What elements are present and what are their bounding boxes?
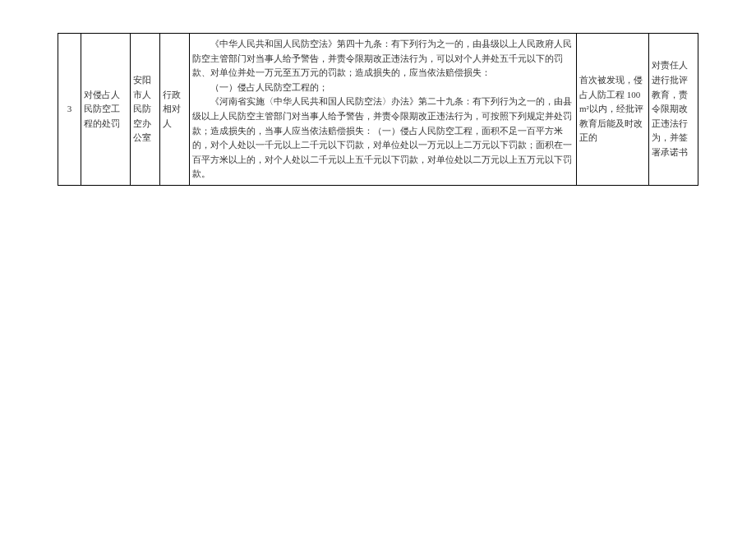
cell-result: 对责任人进行批评教育，责令限期改正违法行为，并签署承诺书: [649, 34, 698, 186]
basis-paragraph-2: （一）侵占人民防空工程的；: [192, 81, 574, 95]
cell-matter: 对侵占人民防空工程的处罚: [81, 34, 131, 186]
table-row: 3 对侵占人民防空工程的处罚 安阳市人民防空办公室 行政相对人 《中华人民共和国…: [58, 34, 698, 186]
cell-number: 3: [58, 34, 81, 186]
basis-paragraph-1: 《中华人民共和国人民防空法》第四十九条：有下列行为之一的，由县级以上人民政府人民…: [192, 37, 574, 81]
cell-legal-basis: 《中华人民共和国人民防空法》第四十九条：有下列行为之一的，由县级以上人民政府人民…: [190, 34, 577, 186]
cell-condition: 首次被发现，侵占人防工程 100m²以内，经批评教育后能及时改正的: [577, 34, 649, 186]
penalty-table: 3 对侵占人民防空工程的处罚 安阳市人民防空办公室 行政相对人 《中华人民共和国…: [58, 33, 698, 186]
basis-paragraph-3: 《河南省实施〈中华人民共和国人民防空法〉办法》第二十九条：有下列行为之一的，由县…: [192, 95, 574, 182]
cell-department: 安阳市人民防空办公室: [131, 34, 160, 186]
cell-type: 行政相对人: [160, 34, 190, 186]
